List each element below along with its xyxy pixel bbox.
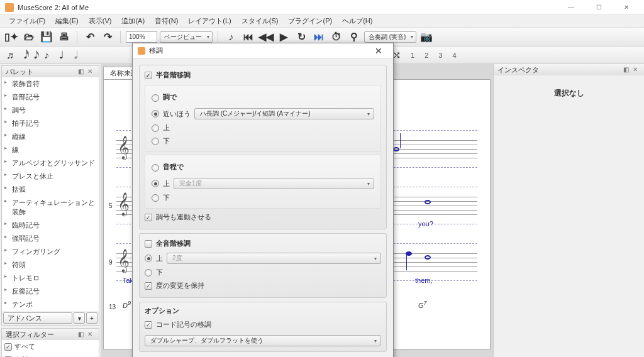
filter-item[interactable]: ✓すべて bbox=[2, 340, 99, 353]
radio-icon[interactable] bbox=[145, 255, 152, 262]
palette-item[interactable]: 縦線 bbox=[2, 130, 99, 143]
accidentals-select[interactable]: ダブルシャープ、ダブルフラットを使う bbox=[145, 335, 381, 346]
radio-icon[interactable] bbox=[152, 180, 159, 187]
palette-item[interactable]: アルペジオとグリッサンド bbox=[2, 157, 99, 170]
bykey-label: 調で bbox=[163, 91, 177, 104]
advance-menu-button[interactable]: ▾ bbox=[74, 312, 85, 324]
undock-icon[interactable]: ◧ bbox=[78, 331, 86, 338]
key-select[interactable]: ハ長調 (Cメジャー)/イ短調 (Aマイナー) bbox=[194, 108, 374, 119]
voice-4[interactable]: 4 bbox=[450, 52, 458, 59]
checkbox-icon[interactable]: ✓ bbox=[145, 214, 152, 221]
titlebar: MuseScore 2: All of Me — ☐ ✕ bbox=[0, 0, 644, 15]
maximize-button[interactable]: ☐ bbox=[586, 1, 611, 14]
loop-icon[interactable]: ↻ bbox=[294, 30, 309, 45]
duration-2-icon[interactable]: 𝅗𝅥 bbox=[72, 50, 77, 61]
filter-item[interactable]: ✓声部 1 bbox=[2, 353, 99, 357]
repeat-icon[interactable]: ⏭ bbox=[311, 30, 326, 45]
lyric: you? bbox=[418, 220, 433, 228]
radio-icon[interactable] bbox=[145, 269, 152, 277]
interval-select[interactable]: 完全1度 bbox=[174, 178, 374, 189]
dialog-close-button[interactable]: ✕ bbox=[369, 46, 388, 56]
menu-edit[interactable]: 編集(E) bbox=[50, 15, 84, 27]
duration-16-icon[interactable]: 𝅘𝅥𝅯 bbox=[31, 50, 36, 61]
minimize-button[interactable]: — bbox=[558, 1, 584, 14]
voice-1[interactable]: 1 bbox=[408, 52, 417, 59]
duration-64-icon[interactable]: ♬ bbox=[4, 50, 16, 61]
rewind-icon[interactable]: ◀◀ bbox=[258, 30, 274, 45]
note[interactable] bbox=[425, 255, 431, 260]
voice-2[interactable]: 2 bbox=[422, 52, 431, 59]
undock-icon[interactable]: ◧ bbox=[78, 68, 86, 75]
redo-icon[interactable]: ↷ bbox=[100, 30, 115, 45]
lyric: them, bbox=[415, 277, 433, 284]
undo-icon[interactable]: ↶ bbox=[82, 30, 97, 45]
voice-3[interactable]: 3 bbox=[436, 52, 445, 59]
checkbox-icon[interactable]: ✓ bbox=[4, 343, 12, 351]
count-in-icon[interactable]: ⚲ bbox=[347, 30, 362, 45]
duration-8-icon[interactable]: ♪ bbox=[42, 50, 52, 61]
close-panel-icon[interactable]: ✕ bbox=[87, 331, 95, 338]
down-label: 下 bbox=[163, 193, 170, 202]
palette-item[interactable]: 線 bbox=[2, 143, 99, 157]
palette-item[interactable]: 拍子記号 bbox=[2, 117, 99, 130]
palette-item[interactable]: トレモロ bbox=[2, 272, 99, 285]
new-file-icon[interactable]: ▯✦ bbox=[4, 30, 19, 45]
note[interactable] bbox=[425, 200, 431, 204]
menu-style[interactable]: スタイル(S) bbox=[236, 15, 284, 27]
close-panel-icon[interactable]: ✕ bbox=[633, 66, 640, 74]
palette-item[interactable]: アーティキュレーションと装飾 bbox=[2, 196, 99, 219]
menu-layout[interactable]: レイアウト(L) bbox=[183, 15, 236, 27]
metronome-icon[interactable]: ⏱ bbox=[329, 30, 344, 45]
radio-icon[interactable] bbox=[152, 164, 159, 172]
note-input-icon[interactable]: ♪ bbox=[223, 30, 238, 45]
menu-view[interactable]: 表示(V) bbox=[84, 15, 117, 27]
pageview-dropdown[interactable]: ページビュー bbox=[160, 31, 213, 43]
menu-file[interactable]: ファイル(F) bbox=[4, 15, 50, 27]
menu-plugin[interactable]: プラグイン(P) bbox=[283, 15, 337, 27]
menu-notes[interactable]: 音符(N) bbox=[150, 15, 183, 27]
palette-item[interactable]: 強弱記号 bbox=[2, 232, 99, 245]
screenshot-icon[interactable]: 📷 bbox=[419, 30, 434, 45]
rewind-start-icon[interactable]: ⏮ bbox=[241, 30, 256, 45]
palette-item[interactable]: 臨時記号 bbox=[2, 219, 99, 232]
close-button[interactable]: ✕ bbox=[614, 1, 639, 14]
duration-4-icon[interactable]: ♩ bbox=[57, 49, 67, 61]
palette-item[interactable]: ブレスと休止 bbox=[2, 170, 99, 183]
palette-item[interactable]: テンポ bbox=[2, 298, 99, 311]
menu-help[interactable]: ヘルプ(H) bbox=[337, 15, 377, 27]
zoom-input[interactable]: 100% bbox=[126, 31, 157, 43]
open-file-icon[interactable]: 🗁 bbox=[21, 30, 36, 45]
palette-item[interactable]: フィンガリング bbox=[2, 245, 99, 258]
checkbox-icon[interactable]: ✓ bbox=[145, 321, 152, 329]
duration-32-icon[interactable]: 𝅘𝅥𝅰 bbox=[21, 50, 26, 61]
options-group: オプション ✓コード記号の移調 ダブルシャープ、ダブルフラットを使う bbox=[139, 302, 387, 352]
palette-item[interactable]: 装飾音符 bbox=[2, 77, 99, 91]
app-logo-icon bbox=[5, 3, 14, 12]
print-icon[interactable]: 🖶 bbox=[57, 30, 72, 45]
play-icon[interactable]: ▶ bbox=[276, 30, 291, 45]
treble-clef-icon: 𝄞 bbox=[118, 192, 130, 216]
radio-icon[interactable] bbox=[152, 138, 159, 145]
checkbox-icon[interactable] bbox=[145, 240, 152, 248]
save-file-icon[interactable]: 💾 bbox=[39, 30, 54, 45]
undock-icon[interactable]: ◧ bbox=[623, 66, 631, 74]
radio-icon[interactable] bbox=[152, 110, 159, 118]
menu-add[interactable]: 追加(A) bbox=[116, 15, 150, 27]
inspector-title: インスペクタ bbox=[497, 65, 539, 75]
palette-item[interactable]: 符頭 bbox=[2, 258, 99, 272]
checkbox-icon[interactable]: ✓ bbox=[145, 282, 152, 290]
palette-item[interactable]: 調号 bbox=[2, 104, 99, 117]
palette-item[interactable]: 反復記号 bbox=[2, 285, 99, 298]
palette-item[interactable]: 括弧 bbox=[2, 183, 99, 196]
degree-select[interactable]: 2度 bbox=[167, 253, 381, 264]
concert-pitch-dropdown[interactable]: 合奏調 (実音) bbox=[364, 31, 416, 43]
radio-icon[interactable] bbox=[152, 194, 159, 202]
palette-item[interactable]: 音部記号 bbox=[2, 91, 99, 104]
advance-add-button[interactable]: + bbox=[86, 312, 97, 324]
checkbox-icon[interactable]: ✓ bbox=[145, 72, 152, 79]
radio-icon[interactable] bbox=[152, 124, 159, 132]
radio-icon[interactable] bbox=[152, 94, 159, 102]
note[interactable] bbox=[393, 147, 399, 151]
close-panel-icon[interactable]: ✕ bbox=[87, 68, 95, 75]
advance-dropdown[interactable]: アドバンス bbox=[3, 312, 72, 324]
